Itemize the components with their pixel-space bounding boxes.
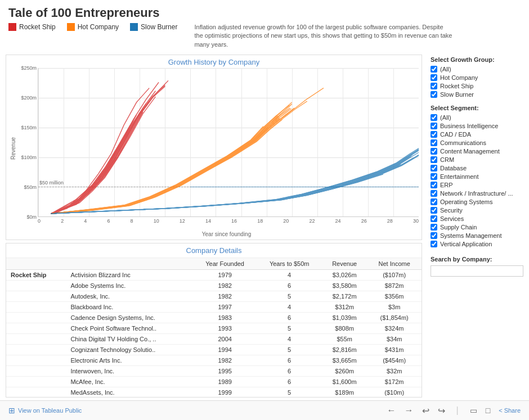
right-panel: Select Growth Group: (All)Hot CompanyRoc… — [425, 52, 529, 400]
chart-inner: $50 million — [38, 68, 419, 217]
search-section: Search by Company: — [431, 256, 523, 277]
col-net-income: Net Income — [367, 258, 422, 270]
chart-description: Inflation adjusted revenue growth for 10… — [194, 23, 453, 49]
segment-checkbox-13[interactable] — [431, 224, 437, 231]
undo-button[interactable]: ↩ — [422, 405, 429, 416]
segment-checkbox-12[interactable] — [431, 215, 437, 222]
segment-checkbox-4[interactable] — [431, 148, 437, 155]
segment-filters: (All)Business IntelligenceCAD / EDACommu… — [431, 114, 523, 247]
cell-revenue: $312m — [322, 302, 367, 313]
segment-checkbox-10[interactable] — [431, 198, 437, 205]
segment-checkbox-2[interactable] — [431, 131, 437, 138]
segment-checkbox-11[interactable] — [431, 207, 437, 214]
tableau-icon: ⊞ — [8, 406, 15, 415]
segment-label-0: (All) — [440, 114, 451, 121]
footer-tableau-link[interactable]: ⊞ View on Tableau Public — [8, 406, 82, 415]
cell-revenue: $808m — [322, 323, 367, 334]
cell-revenue: $3,580m — [322, 281, 367, 291]
cell-company: Blackboard Inc. — [66, 302, 193, 313]
growth-group-filter-item[interactable]: (All) — [431, 66, 523, 73]
cell-revenue: $1,039m — [322, 313, 367, 323]
segment-label-14: Systems Management — [440, 232, 501, 239]
segment-label-11: Security — [440, 207, 463, 214]
segment-filter-item[interactable]: (All) — [431, 114, 523, 121]
segment-checkbox-5[interactable] — [431, 156, 437, 163]
chart-title: Growth History by Company — [6, 55, 422, 68]
footer-controls: ← → ↩ ↪ | ▭ □ < Share — [387, 405, 521, 416]
cell-revenue: $1,600m — [322, 377, 367, 387]
cell-year-founded: 1982 — [193, 281, 257, 291]
segment-checkbox-9[interactable] — [431, 190, 437, 197]
cell-group — [6, 334, 66, 345]
hot-company-color-swatch — [67, 23, 75, 31]
cell-year-founded: 1979 — [193, 270, 257, 281]
cell-net-income: ($10m) — [367, 387, 422, 398]
segment-filter-item[interactable]: Supply Chain — [431, 224, 523, 231]
redo-button[interactable]: ↪ — [438, 405, 445, 416]
segment-filter-item[interactable]: CRM — [431, 156, 523, 163]
search-company-input[interactable] — [431, 265, 523, 277]
cell-company: Check Point Software Technol.. — [66, 323, 193, 334]
segment-checkbox-14[interactable] — [431, 232, 437, 239]
cell-years-to-50m: 4 — [257, 302, 322, 313]
segment-filter-item[interactable]: Database — [431, 165, 523, 171]
content-area: Growth History by Company Revenue $250m … — [0, 52, 529, 400]
cell-company: Cadence Design Systems, Inc. — [66, 313, 193, 323]
nav-forward-button[interactable]: → — [405, 405, 414, 416]
cell-company: Activision Blizzard Inc — [66, 270, 193, 281]
segment-filter-item[interactable]: Security — [431, 207, 523, 214]
cell-revenue: $260m — [322, 366, 367, 377]
segment-filter-item[interactable]: Vertical Application — [431, 241, 523, 247]
segment-checkbox-1[interactable] — [431, 123, 437, 129]
growth-group-label-3: Slow Burner — [440, 91, 474, 98]
segment-checkbox-6[interactable] — [431, 165, 437, 171]
share-button[interactable]: < Share — [499, 407, 521, 414]
cell-net-income: ($107m) — [367, 270, 422, 281]
segment-label-10: Operating Systems — [440, 198, 493, 205]
nav-back-button[interactable]: ← — [387, 405, 396, 416]
growth-group-filter-item[interactable]: Rocket Ship — [431, 83, 523, 89]
cell-group: Rocket Ship — [6, 270, 66, 281]
table-row: Rocket ShipActivision Blizzard Inc19794$… — [6, 270, 422, 281]
cell-years-to-50m: 6 — [257, 377, 322, 387]
segment-checkbox-8[interactable] — [431, 182, 437, 188]
cell-group — [6, 387, 66, 398]
segment-label-13: Supply Chain — [440, 224, 477, 231]
legend-label-slow: Slow Burner — [141, 23, 177, 31]
cell-year-founded: 1983 — [193, 313, 257, 323]
cell-revenue: $3,665m — [322, 355, 367, 366]
rocket-ship-color-swatch — [8, 23, 16, 31]
segment-label-1: Business Intelligence — [440, 123, 498, 129]
device-button[interactable]: ▭ — [470, 406, 477, 415]
segment-filter-item[interactable]: Content Management — [431, 148, 523, 155]
growth-group-checkbox-1[interactable] — [431, 74, 437, 81]
cell-years-to-50m: 6 — [257, 281, 322, 291]
col-revenue: Revenue — [322, 258, 367, 270]
segment-filter-item[interactable]: CAD / EDA — [431, 131, 523, 138]
segment-filter-item[interactable]: Business Intelligence — [431, 123, 523, 129]
segment-filter-item[interactable]: Network / Infrastructure/ ... — [431, 190, 523, 197]
segment-filter-item[interactable]: Entertainment — [431, 173, 523, 180]
cell-net-income: $172m — [367, 377, 422, 387]
segment-checkbox-7[interactable] — [431, 173, 437, 180]
growth-group-checkbox-3[interactable] — [431, 91, 437, 98]
growth-group-checkbox-0[interactable] — [431, 66, 437, 73]
segment-filter-item[interactable]: ERP — [431, 182, 523, 188]
segment-filter-item[interactable]: Services — [431, 215, 523, 222]
table-row: Blackboard Inc.19974$312m$3m — [6, 302, 422, 313]
expand-button[interactable]: □ — [486, 406, 490, 415]
growth-group-checkbox-2[interactable] — [431, 83, 437, 89]
legend-item-rocket: Rocket Ship — [8, 23, 56, 31]
segment-checkbox-3[interactable] — [431, 139, 437, 146]
segment-filter-item[interactable]: Communications — [431, 139, 523, 146]
share-icon: < — [499, 407, 502, 414]
growth-group-filter-item[interactable]: Slow Burner — [431, 91, 523, 98]
segment-filter-item[interactable]: Operating Systems — [431, 198, 523, 205]
segment-label-15: Vertical Application — [440, 241, 492, 247]
segment-filter-item[interactable]: Systems Management — [431, 232, 523, 239]
segment-checkbox-0[interactable] — [431, 114, 437, 121]
header: Tale of 100 Entrepreneurs Rocket Ship Ho… — [0, 0, 529, 52]
left-panel: Growth History by Company Revenue $250m … — [0, 52, 425, 400]
segment-checkbox-15[interactable] — [431, 241, 437, 247]
growth-group-filter-item[interactable]: Hot Company — [431, 74, 523, 81]
